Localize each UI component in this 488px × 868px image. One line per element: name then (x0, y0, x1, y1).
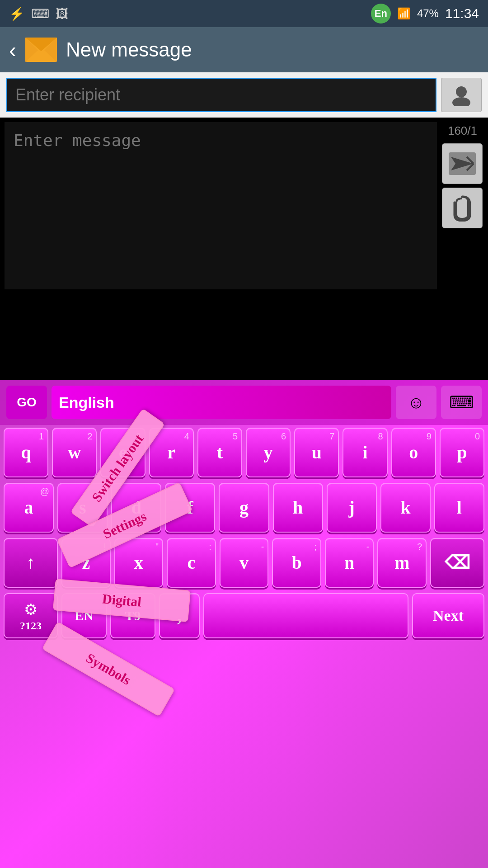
mail-icon (25, 38, 57, 62)
status-bar: ⚡ ⌨ 🖼 En 📶 47% 11:34 (0, 0, 488, 27)
status-left: ⚡ ⌨ 🖼 (9, 6, 68, 21)
page-title: New message (66, 38, 192, 61)
svg-point-5 (452, 97, 470, 106)
key-p[interactable]: 0p (440, 428, 484, 477)
key-c[interactable]: :c (167, 538, 216, 588)
key-k[interactable]: k (380, 483, 431, 533)
char-count: 160/1 (441, 122, 483, 140)
message-side-buttons: 160/1 (441, 118, 488, 228)
attach-button[interactable] (442, 188, 483, 228)
battery-icon: 47% (417, 7, 439, 20)
next-key[interactable]: Next (412, 593, 484, 638)
key-u[interactable]: 7u (294, 428, 339, 477)
go-button[interactable]: GO (6, 386, 47, 419)
settings-key[interactable]: ⚙ ?123 (4, 593, 58, 638)
key-row-1: 1q 2w 3e 4r 5t 6y 7u 8i 9o 0p (0, 425, 488, 480)
time-display: 11:34 (445, 6, 479, 21)
key-t[interactable]: 5t (197, 428, 242, 477)
svg-point-4 (456, 86, 467, 97)
back-button[interactable]: ‹ (9, 38, 16, 62)
recipient-input[interactable] (6, 78, 436, 112)
keyboard-hide-button[interactable]: ⌨ (441, 386, 482, 419)
key-y[interactable]: 6y (246, 428, 291, 477)
key-w[interactable]: 2w (52, 428, 97, 477)
message-area: 160/1 (0, 118, 488, 289)
backspace-key[interactable]: ⌫ (430, 538, 484, 588)
message-input[interactable] (5, 122, 437, 289)
key-g[interactable]: g (219, 483, 269, 533)
space-key[interactable] (203, 593, 408, 638)
key-x[interactable]: "x (114, 538, 164, 588)
key-q[interactable]: 1q (4, 428, 48, 477)
language-badge: En (371, 4, 391, 24)
status-right: En 📶 47% 11:34 (371, 4, 479, 24)
app-header: ‹ New message (0, 27, 488, 72)
key-h[interactable]: h (273, 483, 323, 533)
shift-key[interactable]: ↑ (4, 538, 58, 588)
language-label: English (59, 394, 114, 411)
emoji-button[interactable]: ☺ (396, 386, 436, 419)
contact-picker-button[interactable] (441, 78, 482, 112)
key-a[interactable]: @a (4, 483, 54, 533)
key-j[interactable]: j (327, 483, 377, 533)
signal-icon: 📶 (397, 7, 411, 20)
recipient-row (0, 72, 488, 118)
keyboard-area: GO English ☺ ⌨ 1q 2w 3e 4r 5t 6y 7u 8i 9… (0, 380, 488, 868)
key-o[interactable]: 9o (391, 428, 436, 477)
usb-icon: ⚡ (9, 6, 25, 21)
language-selector[interactable]: English (52, 386, 391, 419)
send-button[interactable] (442, 143, 483, 184)
message-compose (0, 118, 441, 289)
key-n[interactable]: -n (325, 538, 374, 588)
language-bar: GO English ☺ ⌨ (0, 380, 488, 425)
key-b[interactable]: ;b (272, 538, 321, 588)
key-m[interactable]: ?m (377, 538, 427, 588)
key-i[interactable]: 8i (343, 428, 387, 477)
key-l[interactable]: l (434, 483, 484, 533)
keyboard-status-icon: ⌨ (31, 6, 49, 21)
image-icon: 🖼 (56, 6, 68, 21)
key-v[interactable]: -v (220, 538, 269, 588)
